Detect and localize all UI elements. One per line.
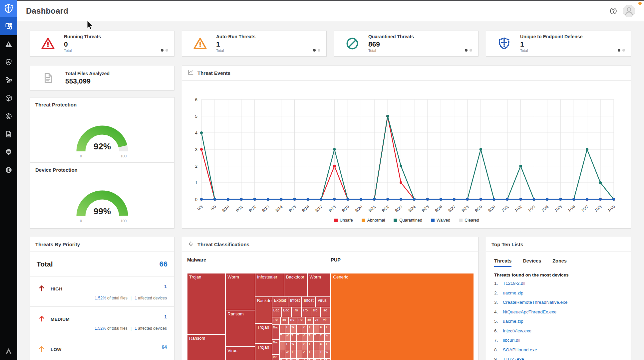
treemap-micro-cell[interactable]: V xyxy=(302,350,308,358)
treemap-cell-backdoor[interactable]: Backdoor xyxy=(284,273,308,297)
pagination-dot[interactable] xyxy=(470,49,472,52)
treemap-micro-cell[interactable]: B xyxy=(319,342,325,350)
treemap-cell-generic[interactable]: Generic xyxy=(331,273,474,360)
treemap-micro-cell[interactable]: T xyxy=(279,350,285,358)
treemap-micro-cell[interactable]: T xyxy=(285,358,291,360)
treemap-micro-cell[interactable]: T xyxy=(325,358,330,360)
treemap-micro-cell[interactable]: T xyxy=(279,325,285,333)
threat-events-chart[interactable]: 01234569/89/99/109/119/129/139/149/159/1… xyxy=(182,81,631,216)
treemap-cell-ransom[interactable]: Ransom xyxy=(187,334,225,360)
treemap-cell-trojan[interactable]: Trojan xyxy=(255,343,272,360)
treemap-micro-cell[interactable]: B xyxy=(319,325,325,333)
treemap-micro-cell[interactable]: T xyxy=(319,350,325,358)
pagination-dot[interactable] xyxy=(318,49,320,52)
treemap-cell-tro[interactable]: Tro xyxy=(305,317,314,325)
treemap-cell-worm[interactable]: Worm xyxy=(225,273,255,310)
threat-file-link[interactable]: libcurl.dll xyxy=(503,338,520,343)
treemap-micro-cell[interactable]: T xyxy=(291,333,296,342)
treemap-cell-infost[interactable]: Infost xyxy=(288,297,302,307)
sidebar-item-dashboard[interactable] xyxy=(0,17,17,35)
threat-file-link[interactable]: uacme.zip xyxy=(503,319,523,324)
treemap-micro-cell[interactable]: T xyxy=(308,333,313,342)
treemap-micro-cell[interactable]: T xyxy=(313,325,319,333)
legend-item-cleared[interactable]: Cleared xyxy=(459,218,479,223)
treemap-micro-cell[interactable]: V xyxy=(302,358,308,360)
treemap-micro-cell[interactable]: T xyxy=(313,342,319,350)
threat-file-link[interactable]: InjectView.exe xyxy=(503,328,531,333)
treemap-micro-cell[interactable]: T xyxy=(285,325,291,333)
threat-file-link[interactable]: SOAPHound.exe xyxy=(503,347,537,352)
treemap-cell-vir[interactable]: Vir xyxy=(322,317,330,325)
app-logo[interactable] xyxy=(0,0,17,17)
treemap-micro-cell[interactable]: T xyxy=(296,325,302,333)
card-pagination-dots[interactable] xyxy=(618,49,625,52)
treemap-cell-tro[interactable]: Tro xyxy=(321,307,330,317)
treemap-micro-cell[interactable]: T xyxy=(313,333,319,342)
threat-file-link[interactable]: NtQueueApcThreadEx.exe xyxy=(503,309,556,314)
sidebar-item-focus[interactable] xyxy=(0,107,17,125)
treemap-micro-cell[interactable]: W xyxy=(325,333,330,342)
treemap-cell-bac[interactable]: Bac xyxy=(272,325,279,339)
treemap-cell-bac[interactable]: Bac xyxy=(272,340,279,354)
treemap-cell-worm[interactable]: Worm xyxy=(308,273,331,297)
treemap-cell-virus[interactable]: Virus xyxy=(225,347,255,360)
treemap-micro-cell[interactable]: T xyxy=(319,333,325,342)
treemap-micro-cell[interactable]: V xyxy=(302,325,308,333)
avatar[interactable] xyxy=(623,5,635,17)
treemap-cell-backdoor[interactable]: Backdoor xyxy=(255,297,272,323)
treemap-cell-ransom[interactable]: Ransom xyxy=(225,310,255,347)
sidebar-item-devices[interactable] xyxy=(0,89,17,107)
treemap-cell-bac[interactable]: Bac xyxy=(282,307,291,317)
treemap-micro-cell[interactable]: B xyxy=(319,358,325,360)
treemap-cell-infost[interactable]: Infost xyxy=(302,297,315,307)
treemap-micro-cell[interactable]: T xyxy=(296,358,302,360)
pagination-dot[interactable] xyxy=(165,49,168,52)
treemap-micro-cell[interactable]: W xyxy=(325,350,330,358)
treemap-micro-cell[interactable]: T xyxy=(313,358,319,360)
treemap-micro-cell[interactable]: W xyxy=(291,342,296,350)
pagination-dot-active[interactable] xyxy=(161,49,163,52)
threat-file-link[interactable]: uacme.zip xyxy=(503,290,523,295)
threat-file-link[interactable]: T1218-2.dll xyxy=(503,281,525,286)
pagination-dot-active[interactable] xyxy=(465,49,468,52)
stat-card-running-threats[interactable]: Running Threats 0 Total xyxy=(30,31,174,57)
treemap-micro-cell[interactable]: W xyxy=(285,350,291,358)
treemap-cell-tro[interactable]: Tro xyxy=(289,317,297,325)
legend-item-quarantined[interactable]: Quarantined xyxy=(394,218,422,223)
sidebar-item-policy[interactable] xyxy=(0,143,17,161)
pagination-dot-active[interactable] xyxy=(618,49,620,52)
stat-card-unique-to-endpoint-defense[interactable]: Unique to Endpoint Defense 1 Total xyxy=(486,31,631,57)
sidebar-item-zones[interactable] xyxy=(0,71,17,89)
sidebar-item-protection[interactable] xyxy=(0,53,17,71)
sidebar-item-reports[interactable] xyxy=(0,125,17,143)
card-pagination-dots[interactable] xyxy=(465,49,472,52)
stat-card-auto-run-threats[interactable]: Auto-Run Threats 1 Total xyxy=(182,31,327,57)
treemap-cell-vir[interactable]: Vir xyxy=(314,317,322,325)
priority-row-low[interactable]: LOW 64 xyxy=(30,337,174,360)
threat-file-link[interactable]: CreateRemoteThreadNative.exe xyxy=(503,300,567,305)
legend-item-abnormal[interactable]: Abnormal xyxy=(362,218,385,223)
help-icon[interactable] xyxy=(609,7,617,15)
treemap-cell-infostealer[interactable]: Infostealer xyxy=(255,273,284,297)
threat-events-svg[interactable]: 01234569/89/99/109/119/129/139/149/159/1… xyxy=(184,81,628,214)
top-ten-tab-devices[interactable]: Devices xyxy=(523,258,541,267)
treemap-cell-tro[interactable]: Tro xyxy=(272,317,280,325)
legend-item-waived[interactable]: Waived xyxy=(431,218,450,223)
treemap-micro-cell[interactable]: W xyxy=(291,358,296,360)
pagination-dot-active[interactable] xyxy=(313,49,316,52)
treemap-micro-cell[interactable]: T xyxy=(325,342,330,350)
treemap-cell-trojan[interactable]: Trojan xyxy=(187,273,225,334)
treemap-cell-trojan[interactable]: Trojan xyxy=(255,323,272,343)
treemap-micro-cell[interactable]: T xyxy=(279,358,285,360)
treemap-micro-cell[interactable]: W xyxy=(285,333,291,342)
priority-total-row[interactable]: Total 66 xyxy=(30,252,174,276)
treemap-micro-cell[interactable]: T xyxy=(296,333,302,342)
treemap-cell-virus[interactable]: Virus xyxy=(316,297,331,307)
treemap-cell-inf[interactable]: Inf xyxy=(272,354,279,360)
treemap-micro-cell[interactable]: V xyxy=(302,342,308,350)
top-ten-tab-threats[interactable]: Threats xyxy=(494,258,511,267)
treemap-micro-cell[interactable]: T xyxy=(325,325,330,333)
sidebar-item-settings[interactable] xyxy=(0,161,17,179)
card-pagination-dots[interactable] xyxy=(313,49,320,52)
sidebar-item-alerts[interactable] xyxy=(0,35,17,53)
